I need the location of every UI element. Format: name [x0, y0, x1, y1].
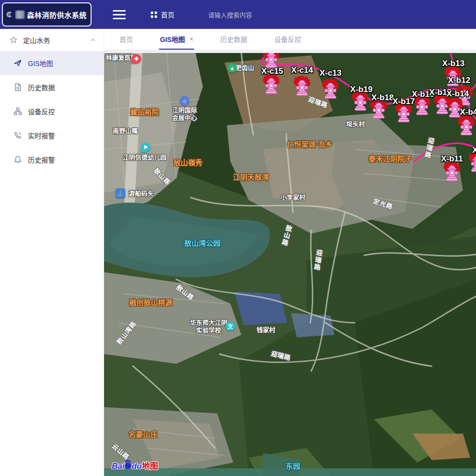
hospital-icon[interactable]: ✚: [132, 54, 141, 64]
header-search-input[interactable]: 请输入搜索内容: [208, 10, 285, 19]
hydrant-device-marker[interactable]: [442, 161, 462, 182]
road-label: 迎瑞路: [312, 249, 323, 272]
residential-area-label: 泰禾江阴院子: [369, 155, 412, 164]
residential-area-label: 江阴天敔湾: [233, 173, 269, 182]
main-content: 首页 GIS地图 × 历史数据 设备反控: [104, 29, 476, 476]
village-label: 南野山嘴: [113, 127, 138, 135]
road-label: 迎瑞路: [423, 136, 435, 159]
sidebar-group-label: 定山水务: [23, 35, 84, 45]
censored-logo-text: [15, 11, 25, 19]
tab-gis-map[interactable]: GIS地图 ×: [159, 29, 194, 50]
tab-device-control[interactable]: 设备反控: [273, 29, 302, 50]
hydrant-device-marker[interactable]: [394, 102, 413, 123]
map-annotations: 迎瑞路敔山路定光路迎瑞路敔山路迎瑞路敔山路敔山湾路迎瑞路云山路敔山湾公园东园南野…: [104, 53, 476, 476]
expo-center-icon[interactable]: ⌂: [180, 96, 189, 106]
app-logo: 森林消防供水系统: [2, 2, 92, 26]
sidebar-item-label: 历史数据: [28, 82, 55, 92]
baidu-paw-icon: [125, 463, 131, 469]
sidebar-item-gis-map[interactable]: GIS地图: [0, 51, 104, 75]
road-label: 定光路: [372, 198, 394, 211]
road-label: 敔山路: [279, 224, 292, 247]
hydrant-device-marker[interactable]: [457, 115, 476, 136]
sidebar-item-history-data[interactable]: 历史数据: [0, 75, 104, 99]
gis-map-canvas[interactable]: 迎瑞路敔山路定光路迎瑞路敔山路迎瑞路敔山路敔山湾路迎瑞路云山路敔山湾公园东园南野…: [104, 53, 476, 476]
park-label: 东园: [286, 462, 300, 471]
logo-spiral-icon: [7, 8, 13, 21]
bell-icon: [13, 155, 22, 164]
village-label: 坝头村: [346, 120, 365, 128]
hydrant-device-marker[interactable]: [292, 76, 312, 97]
sidebar-item-label: 设备反控: [28, 106, 55, 116]
tab-history-data[interactable]: 历史数据: [219, 29, 248, 50]
baidu-maps-logo: Baidu地图: [112, 459, 158, 471]
star-icon: [10, 36, 17, 44]
residential-area-label: 仁恒棠颂·吾乡: [287, 140, 333, 149]
hydrant-device-marker[interactable]: [412, 95, 432, 116]
close-tab-icon[interactable]: ×: [189, 36, 193, 42]
sidebar-item-label: 历史报警: [28, 155, 55, 164]
wharf-icon[interactable]: ⚓: [116, 188, 125, 198]
top-header: 森林消防供水系统 首页 请输入搜索内容: [0, 0, 476, 29]
hydrant-device-marker[interactable]: [262, 53, 281, 69]
residential-area-label: 藏品裕院: [130, 108, 159, 117]
hydrant-device-marker[interactable]: [321, 79, 340, 100]
poi-label: 华东师大江阴 实验学校: [190, 319, 227, 335]
tab-home[interactable]: 首页: [119, 29, 134, 50]
hydrant-device-marker[interactable]: [262, 74, 281, 95]
app-title: 森林消防供水系统: [27, 10, 87, 20]
phone-icon: [13, 131, 22, 140]
poi-label: 江阴国际 会展中心: [172, 106, 197, 122]
chevron-up-icon: [90, 37, 96, 43]
poi-label: 江阴信德幼儿园: [122, 154, 166, 161]
residential-area-label: 融创敔山桃源: [129, 298, 172, 307]
sidebar-item-label: GIS地图: [28, 58, 53, 68]
road-label: 云山路: [110, 442, 131, 461]
device-label: X-c14: [291, 66, 313, 75]
poi-label: 游船码头: [129, 190, 154, 198]
hydrant-device-marker[interactable]: [467, 152, 476, 173]
sidebar-item-device-control[interactable]: 设备反控: [0, 99, 104, 123]
road-label: 迎瑞路: [270, 350, 292, 362]
app-root: 森林消防供水系统 首页 请输入搜索内容 定山水务: [0, 0, 476, 476]
road-label: 敔山湾路: [115, 320, 138, 346]
residential-area-label: 敔山嶺秀: [173, 159, 202, 168]
road-label: 敔山路: [174, 284, 195, 303]
school-icon[interactable]: 文: [225, 321, 235, 331]
hydrant-device-marker[interactable]: [443, 66, 463, 87]
poi-label: 耙齿山: [235, 64, 254, 72]
sidebar: 定山水务 GIS地图 历史数据: [0, 29, 104, 476]
nav-home-button[interactable]: 首页: [151, 10, 174, 19]
kindergarten-icon[interactable]: ⚑: [141, 143, 150, 152]
sidebar-group-dingshan[interactable]: 定山水务: [0, 29, 104, 51]
residential-area-label: 名豪山庄: [129, 430, 158, 439]
road-label: 敔山路: [152, 167, 172, 186]
park-label: 敔山湾公园: [184, 239, 220, 248]
content-divider: [104, 50, 476, 53]
home-label: 首页: [161, 10, 174, 19]
sidebar-item-realtime-alarm[interactable]: 实时报警: [0, 123, 104, 147]
document-icon: [13, 83, 22, 92]
village-label: 小李家村: [280, 194, 305, 201]
sitemap-icon: [13, 107, 22, 116]
device-label: X-c13: [319, 68, 341, 78]
mountain-icon[interactable]: ▲: [227, 63, 237, 73]
village-label: 钱家村: [256, 326, 275, 334]
sidebar-item-history-alarm[interactable]: 历史报警: [0, 147, 104, 172]
menu-toggle-icon[interactable]: [113, 10, 126, 19]
grid-icon: [151, 12, 157, 18]
sidebar-item-label: 实时报警: [28, 131, 55, 140]
hydrant-device-marker[interactable]: [369, 98, 388, 119]
tab-bar: 首页 GIS地图 × 历史数据 设备反控: [104, 29, 476, 50]
send-icon: [13, 59, 22, 67]
hydrant-device-marker[interactable]: [351, 91, 370, 112]
